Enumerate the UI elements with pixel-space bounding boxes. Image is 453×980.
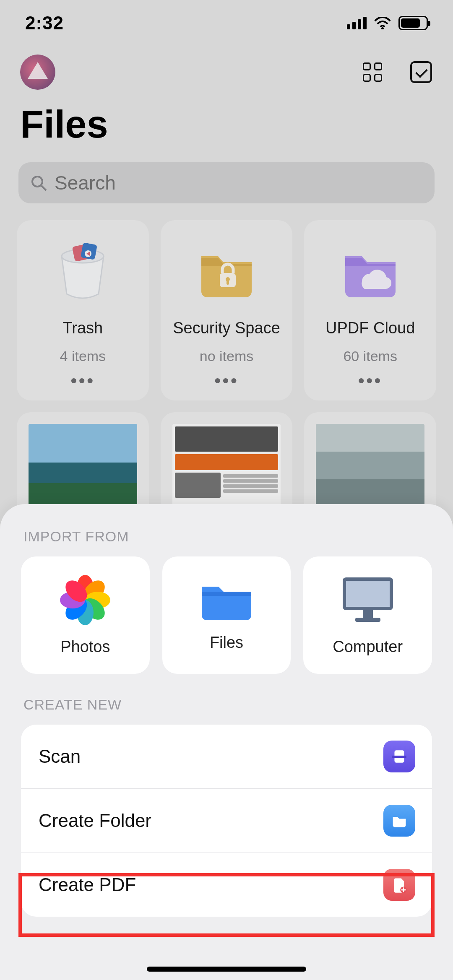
- import-label: Photos: [60, 638, 110, 656]
- scan-row[interactable]: Scan: [21, 725, 432, 788]
- computer-icon: [338, 575, 397, 625]
- row-label: Create PDF: [39, 874, 136, 895]
- import-label: Files: [210, 634, 243, 652]
- create-folder-row[interactable]: Create Folder: [21, 788, 432, 853]
- import-row: Photos Files Computer: [0, 556, 453, 674]
- row-label: Scan: [39, 746, 81, 767]
- svg-rect-16: [392, 756, 406, 758]
- create-pdf-row[interactable]: Create PDF: [21, 853, 432, 917]
- svg-rect-12: [346, 581, 390, 607]
- svg-rect-14: [355, 618, 380, 622]
- folder-icon: [383, 805, 415, 837]
- files-folder-icon: [199, 579, 254, 621]
- import-photos-button[interactable]: Photos: [21, 556, 150, 674]
- svg-rect-13: [363, 610, 373, 619]
- create-list: Scan Create Folder Create PDF: [21, 725, 432, 917]
- add-sheet: IMPORT FROM Photos Files: [0, 504, 453, 980]
- create-section-title: CREATE NEW: [0, 674, 453, 725]
- row-label: Create Folder: [39, 810, 151, 831]
- import-label: Computer: [333, 638, 403, 656]
- import-section-title: IMPORT FROM: [0, 528, 453, 556]
- photos-icon: [60, 575, 110, 625]
- import-files-button[interactable]: Files: [162, 556, 291, 674]
- create-pdf-icon: [383, 869, 415, 901]
- svg-rect-10: [202, 592, 251, 596]
- scan-icon: [383, 741, 415, 772]
- home-indicator[interactable]: [147, 967, 306, 972]
- import-computer-button[interactable]: Computer: [303, 556, 432, 674]
